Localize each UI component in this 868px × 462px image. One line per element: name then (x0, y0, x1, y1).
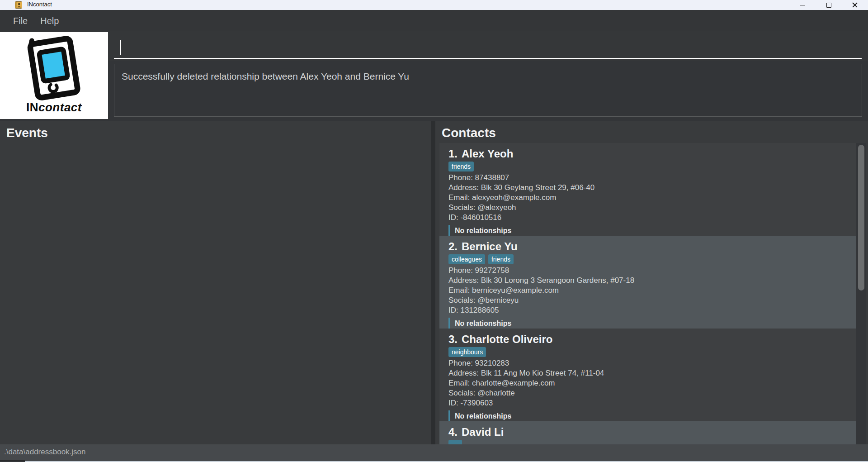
contact-name-text: Charlotte Oliveiro (462, 333, 552, 345)
logo-caption-prefix: IN (26, 100, 38, 114)
tag-row: colleagues friends (448, 254, 849, 264)
close-icon (852, 2, 858, 8)
contacts-panel-title: Contacts (435, 121, 868, 140)
contact-card-david-li[interactable]: 4.David Li (439, 421, 856, 444)
contact-id: ID: 131288605 (448, 305, 849, 315)
contact-name: 2.Bernice Yu (448, 240, 849, 253)
result-display: Successfully deleted relationship betwee… (114, 64, 862, 117)
contact-card-bernice-yu[interactable]: 2.Bernice Yu colleagues friends Phone: 9… (439, 236, 856, 329)
contact-address: Address: Blk 11 Ang Mo Kio Street 74, #1… (448, 368, 849, 378)
contact-list: 1.Alex Yeoh friends Phone: 87438807 Addr… (439, 143, 866, 444)
contact-socials: Socials: @charlotte (448, 388, 849, 398)
logo-caption-suffix: contact (38, 100, 82, 114)
events-panel-title: Events (0, 121, 431, 140)
contacts-scrollbar[interactable] (856, 143, 866, 444)
command-input-underline (114, 58, 862, 59)
contact-socials: Socials: @alexyeoh (448, 203, 849, 213)
app-window: INcontact File Help INcontact Successful… (0, 0, 868, 462)
split-pane-divider[interactable] (431, 121, 435, 444)
contact-name-text: David Li (462, 426, 504, 438)
menu-bar: File Help (0, 10, 868, 32)
events-panel: Events (0, 121, 431, 444)
command-pane (108, 32, 868, 61)
contact-card-charlotte-oliveiro[interactable]: 3.Charlotte Oliveiro neighbours Phone: 9… (439, 329, 856, 421)
contact-phone: Phone: 93210283 (448, 358, 849, 368)
menu-file[interactable]: File (9, 13, 32, 29)
text-caret (120, 40, 121, 55)
contact-card-alex-yeoh[interactable]: 1.Alex Yeoh friends Phone: 87438807 Addr… (439, 143, 856, 236)
result-message: Successfully deleted relationship betwee… (122, 70, 854, 83)
minimize-button[interactable] (792, 0, 813, 10)
contact-index: 3. (448, 333, 458, 345)
contact-index: 2. (448, 240, 458, 252)
contact-address: Address: Blk 30 Geylang Street 29, #06-4… (448, 183, 849, 193)
contact-email: Email: berniceyu@example.com (448, 286, 849, 295)
contact-name: 1.Alex Yeoh (448, 148, 849, 160)
contact-name: 3.Charlotte Oliveiro (448, 333, 849, 346)
contact-index: 4. (448, 426, 458, 438)
maximize-button[interactable] (818, 0, 839, 10)
contact-name-text: Alex Yeoh (462, 148, 513, 160)
maximize-icon (826, 3, 831, 8)
contact-address: Address: Blk 30 Lorong 3 Serangoon Garde… (448, 276, 849, 286)
logo-caption: INcontact (0, 100, 108, 114)
status-bar: .\data\addressbook.json (0, 444, 868, 460)
contact-index: 1. (448, 148, 458, 160)
relationships-box: No relationships (448, 225, 849, 236)
menu-help[interactable]: Help (36, 13, 63, 29)
logo-box: INcontact (0, 32, 108, 119)
contact-name-text: Bernice Yu (462, 240, 518, 252)
title-bar: INcontact (0, 0, 868, 10)
tag: friends (488, 254, 514, 264)
tag-row: neighbours (448, 347, 849, 357)
minimize-icon (800, 5, 805, 5)
contact-phone: Phone: 87438807 (448, 173, 849, 183)
contact-email: Email: alexyeoh@example.com (448, 193, 849, 203)
scrollbar-thumb[interactable] (858, 145, 864, 291)
relationships-box: No relationships (448, 410, 849, 421)
contact-name: 4.David Li (448, 426, 849, 438)
contact-email: Email: charlotte@example.com (448, 378, 849, 388)
contact-phone: Phone: 99272758 (448, 266, 849, 276)
command-input[interactable] (114, 35, 862, 57)
tag (448, 440, 462, 444)
tag: neighbours (448, 347, 486, 357)
contact-id: ID: -846010516 (448, 213, 849, 223)
relationships-box: No relationships (448, 318, 849, 329)
data-file-path: .\data\addressbook.json (4, 448, 86, 457)
contact-id: ID: -7390603 (448, 398, 849, 408)
contact-cards: 1.Alex Yeoh friends Phone: 87438807 Addr… (439, 143, 856, 444)
contacts-panel: Contacts 1.Alex Yeoh friends Phone: 8743… (435, 121, 868, 444)
app-icon (15, 1, 22, 9)
close-button[interactable] (844, 0, 865, 10)
tag: friends (448, 162, 474, 171)
incontact-logo-icon (19, 35, 89, 103)
contact-socials: Socials: @berniceyu (448, 295, 849, 305)
tag-row (448, 440, 849, 444)
tag: colleagues (448, 254, 485, 264)
tag-row: friends (448, 162, 849, 171)
window-title: INcontact (27, 1, 52, 8)
